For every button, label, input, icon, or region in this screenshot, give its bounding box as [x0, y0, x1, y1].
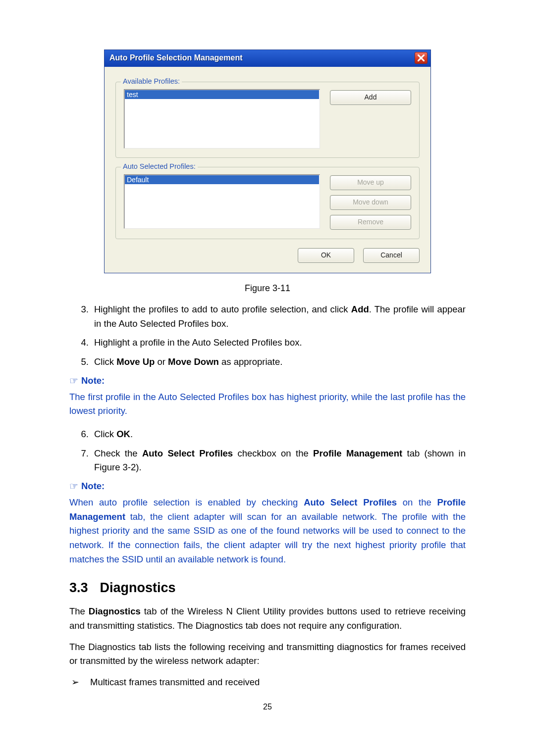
step-4: Highlight a profile in the Auto Selected…: [91, 336, 466, 350]
move-down-button[interactable]: Move down: [330, 195, 411, 210]
page-number: 25: [69, 703, 466, 711]
dialog-window: Auto Profile Selection Management Availa…: [104, 50, 431, 273]
selected-profiles-group: Auto Selected Profiles: Default Move up …: [115, 167, 420, 239]
close-button[interactable]: [415, 52, 428, 64]
remove-button[interactable]: Remove: [330, 215, 411, 230]
close-icon: [418, 54, 425, 61]
dialog-title: Auto Profile Selection Management: [109, 53, 242, 62]
hand-icon: ☞: [69, 376, 78, 386]
arrow-icon: ➢: [71, 675, 80, 690]
available-listbox[interactable]: test: [124, 89, 320, 149]
diagnostics-para-2: The Diagnostics tab lists the following …: [69, 640, 466, 668]
add-button[interactable]: Add: [330, 90, 411, 105]
bullet-1: ➢ Multicast frames transmitted and recei…: [69, 675, 466, 690]
step-3: Highlight the profiles to add to auto pr…: [91, 302, 466, 331]
figure-caption: Figure 3-11: [69, 283, 466, 294]
note-header-1: ☞ Note:: [69, 375, 466, 386]
dialog-screenshot: Auto Profile Selection Management Availa…: [104, 50, 431, 273]
section-heading: 3.3 Diagnostics: [69, 580, 466, 596]
selected-legend: Auto Selected Profiles:: [121, 162, 198, 170]
titlebar: Auto Profile Selection Management: [105, 50, 430, 67]
step-7: Check the Auto Select Profiles checkbox …: [91, 447, 466, 475]
list-item[interactable]: test: [125, 90, 319, 99]
note-label: Note:: [81, 375, 105, 386]
ok-button[interactable]: OK: [298, 248, 354, 263]
available-profiles-group: Available Profiles: test Add: [115, 82, 420, 158]
note-header-2: ☞ Note:: [69, 481, 466, 492]
diagnostics-para-1: The Diagnostics tab of the Wireless N Cl…: [69, 605, 466, 633]
section-number: 3.3: [69, 580, 88, 596]
selected-listbox[interactable]: Default: [124, 174, 320, 229]
list-item[interactable]: Default: [125, 175, 319, 184]
hand-icon: ☞: [69, 481, 78, 491]
note-body-2: When auto profile selection is enabled b…: [69, 496, 466, 566]
section-title: Diagnostics: [100, 580, 176, 596]
note-label: Note:: [81, 481, 105, 492]
move-up-button[interactable]: Move up: [330, 175, 411, 190]
cancel-button[interactable]: Cancel: [363, 248, 420, 263]
instruction-list-b: Click OK. Check the Auto Select Profiles…: [69, 427, 466, 475]
step-5: Click Move Up or Move Down as appropriat…: [91, 355, 466, 369]
instruction-list-a: Highlight the profiles to add to auto pr…: [69, 302, 466, 369]
step-6: Click OK.: [91, 427, 466, 442]
note-body-1: The first profile in the Auto Selected P…: [69, 390, 466, 418]
available-legend: Available Profiles:: [121, 77, 182, 85]
diagnostics-bullets: ➢ Multicast frames transmitted and recei…: [69, 675, 466, 690]
